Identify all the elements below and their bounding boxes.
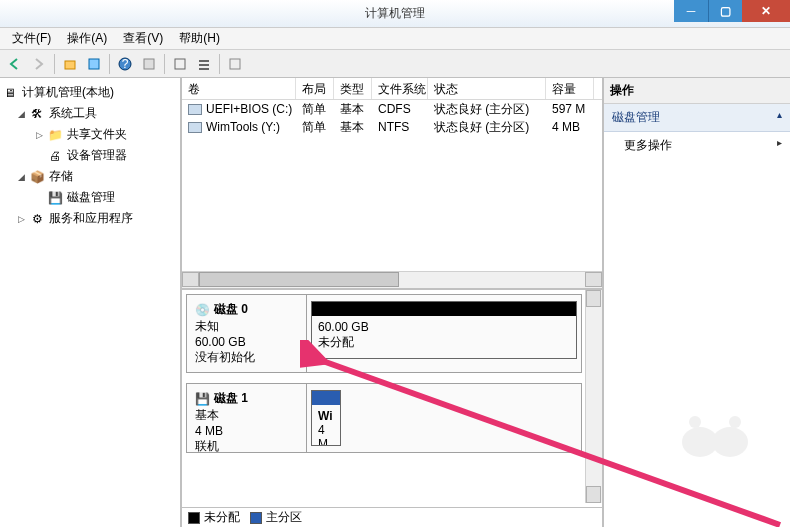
scroll-up-button[interactable] bbox=[586, 290, 601, 307]
vol-layout: 简单 bbox=[296, 101, 334, 118]
tree-systools-label: 系统工具 bbox=[49, 105, 97, 122]
col-volume[interactable]: 卷 bbox=[182, 78, 296, 99]
scroll-left-button[interactable] bbox=[182, 272, 199, 287]
vol-name: UEFI+BIOS (C:) bbox=[206, 102, 292, 116]
tree-services-label: 服务和应用程序 bbox=[49, 210, 133, 227]
device-icon: 🖨 bbox=[47, 148, 63, 164]
disk1-partition[interactable]: Wi 4 M 状 bbox=[311, 390, 341, 446]
col-filesystem[interactable]: 文件系统 bbox=[372, 78, 428, 99]
primary-stripe bbox=[312, 391, 340, 405]
vol-cap: 597 M bbox=[546, 102, 594, 116]
toolbar-icon-1[interactable] bbox=[83, 53, 105, 75]
tree-services[interactable]: ▷ ⚙ 服务和应用程序 bbox=[2, 208, 178, 229]
minimize-button[interactable]: ─ bbox=[674, 0, 708, 22]
disk0-title: 磁盘 0 bbox=[214, 301, 248, 318]
folder-icon: 📁 bbox=[47, 127, 63, 143]
disk1-part-size: 4 M bbox=[318, 423, 334, 446]
vol-name: WimTools (Y:) bbox=[206, 120, 280, 134]
disk-0-block[interactable]: 💿磁盘 0 未知 60.00 GB 没有初始化 60.00 GB 未分配 bbox=[186, 294, 582, 373]
tree-storage-label: 存储 bbox=[49, 168, 73, 185]
disk1-type: 基本 bbox=[195, 407, 298, 424]
tree-disk-management[interactable]: 💾 磁盘管理 bbox=[2, 187, 178, 208]
toolbar-icon-2[interactable] bbox=[138, 53, 160, 75]
tree-shared-label: 共享文件夹 bbox=[67, 126, 127, 143]
back-button[interactable] bbox=[4, 53, 26, 75]
disk-icon: 💾 bbox=[47, 190, 63, 206]
disk-1-block[interactable]: 💾磁盘 1 基本 4 MB 联机 Wi 4 M 状 bbox=[186, 383, 582, 453]
disk0-partition[interactable]: 60.00 GB 未分配 bbox=[311, 301, 577, 359]
window-title: 计算机管理 bbox=[0, 5, 790, 22]
help-icon[interactable]: ? bbox=[114, 53, 136, 75]
disk0-size: 60.00 GB bbox=[195, 335, 298, 349]
vol-fs: NTFS bbox=[372, 120, 428, 134]
vol-type: 基本 bbox=[334, 119, 372, 136]
up-button[interactable] bbox=[59, 53, 81, 75]
vol-fs: CDFS bbox=[372, 102, 428, 116]
vol-cap: 4 MB bbox=[546, 120, 594, 134]
disk0-part-size: 60.00 GB bbox=[318, 320, 570, 334]
navigation-tree: 🖥 计算机管理(本地) ◢ 🛠 系统工具 ▷ 📁 共享文件夹 🖨 设备管理器 ◢… bbox=[0, 78, 182, 527]
menu-view[interactable]: 查看(V) bbox=[115, 28, 171, 49]
svg-rect-9 bbox=[230, 59, 240, 69]
tree-storage[interactable]: ◢ 📦 存储 bbox=[2, 166, 178, 187]
col-type[interactable]: 类型 bbox=[334, 78, 372, 99]
vol-type: 基本 bbox=[334, 101, 372, 118]
disk0-state: 未知 bbox=[195, 318, 298, 335]
col-status[interactable]: 状态 bbox=[428, 78, 546, 99]
svg-rect-1 bbox=[89, 59, 99, 69]
disk-icon: 💿 bbox=[195, 303, 210, 317]
tree-diskmgmt-label: 磁盘管理 bbox=[67, 189, 115, 206]
vol-layout: 简单 bbox=[296, 119, 334, 136]
expand-icon[interactable]: ▷ bbox=[34, 129, 45, 140]
scroll-thumb[interactable] bbox=[199, 272, 399, 287]
storage-icon: 📦 bbox=[29, 169, 45, 185]
toolbar: ? bbox=[0, 50, 790, 78]
expand-icon[interactable]: ▷ bbox=[16, 213, 27, 224]
actions-header: 操作 bbox=[604, 78, 790, 104]
disk0-init: 没有初始化 bbox=[195, 349, 298, 366]
col-capacity[interactable]: 容量 bbox=[546, 78, 594, 99]
actions-more[interactable]: 更多操作 bbox=[604, 132, 790, 159]
svg-text:?: ? bbox=[122, 57, 129, 71]
collapse-icon[interactable]: ◢ bbox=[16, 108, 27, 119]
vol-status: 状态良好 (主分区) bbox=[428, 101, 546, 118]
volume-list-header: 卷 布局 类型 文件系统 状态 容量 bbox=[182, 78, 602, 100]
tools-icon: 🛠 bbox=[29, 106, 45, 122]
actions-pane: 操作 磁盘管理 更多操作 bbox=[604, 78, 790, 527]
refresh-icon[interactable] bbox=[169, 53, 191, 75]
forward-button[interactable] bbox=[28, 53, 50, 75]
list-icon[interactable] bbox=[193, 53, 215, 75]
menu-help[interactable]: 帮助(H) bbox=[171, 28, 228, 49]
vertical-scrollbar[interactable] bbox=[585, 290, 602, 503]
volume-row[interactable]: WimTools (Y:) 简单 基本 NTFS 状态良好 (主分区) 4 MB bbox=[182, 118, 602, 136]
drive-icon bbox=[188, 122, 202, 133]
svg-rect-4 bbox=[144, 59, 154, 69]
scroll-right-button[interactable] bbox=[585, 272, 602, 287]
volume-row[interactable]: UEFI+BIOS (C:) 简单 基本 CDFS 状态良好 (主分区) 597… bbox=[182, 100, 602, 118]
menu-file[interactable]: 文件(F) bbox=[4, 28, 59, 49]
col-layout[interactable]: 布局 bbox=[296, 78, 334, 99]
toolbar-icon-3[interactable] bbox=[224, 53, 246, 75]
maximize-button[interactable]: ▢ bbox=[708, 0, 742, 22]
menu-bar: 文件(F) 操作(A) 查看(V) 帮助(H) bbox=[0, 28, 790, 50]
scroll-down-button[interactable] bbox=[586, 486, 601, 503]
actions-section[interactable]: 磁盘管理 bbox=[604, 104, 790, 132]
services-icon: ⚙ bbox=[29, 211, 45, 227]
svg-rect-5 bbox=[175, 59, 185, 69]
legend: 未分配 主分区 bbox=[182, 507, 602, 527]
tree-system-tools[interactable]: ◢ 🛠 系统工具 bbox=[2, 103, 178, 124]
legend-unallocated: 未分配 bbox=[204, 509, 240, 526]
disk1-part-name: Wi bbox=[318, 409, 334, 423]
disk1-state: 联机 bbox=[195, 438, 298, 455]
svg-rect-6 bbox=[199, 60, 209, 62]
legend-primary-swatch bbox=[250, 512, 262, 524]
horizontal-scrollbar[interactable] bbox=[182, 271, 602, 288]
tree-device-manager[interactable]: 🖨 设备管理器 bbox=[2, 145, 178, 166]
tree-shared-folders[interactable]: ▷ 📁 共享文件夹 bbox=[2, 124, 178, 145]
collapse-icon[interactable]: ◢ bbox=[16, 171, 27, 182]
tree-root[interactable]: 🖥 计算机管理(本地) bbox=[2, 82, 178, 103]
computer-icon: 🖥 bbox=[2, 85, 18, 101]
disk1-size: 4 MB bbox=[195, 424, 298, 438]
menu-action[interactable]: 操作(A) bbox=[59, 28, 115, 49]
close-button[interactable]: ✕ bbox=[742, 0, 790, 22]
